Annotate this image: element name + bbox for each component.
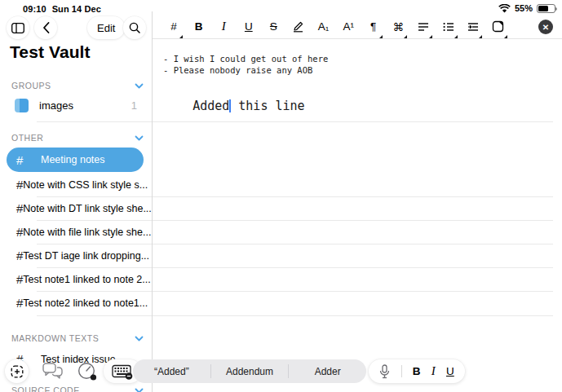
status-time: 09:10 <box>23 4 46 14</box>
heading-glyph: # <box>170 20 177 33</box>
editor-line-2[interactable]: - Please nobody raise any AOB <box>163 65 312 75</box>
group-folder-icon <box>15 99 29 112</box>
strikethrough-button[interactable]: S <box>266 18 281 36</box>
divider <box>37 315 553 316</box>
wifi-icon <box>498 4 511 13</box>
keyboard-dismiss-icon <box>112 363 133 380</box>
search-button[interactable] <box>123 16 146 39</box>
activity-gauge-button[interactable] <box>76 359 99 383</box>
status-bar-left: 09:10Sun 14 Dec <box>23 4 101 14</box>
bullet-list-icon <box>443 22 454 32</box>
sidebar-item-meeting-notes[interactable]: # Meeting notes <box>7 148 144 172</box>
section-label: GROUPS <box>11 81 51 90</box>
battery-percent: 55% <box>515 3 533 13</box>
sidebar-item-label: Meeting notes <box>41 154 105 165</box>
sidebar-toggle-button[interactable] <box>7 16 29 39</box>
quick-italic-button[interactable]: I <box>431 364 436 378</box>
indent-button[interactable] <box>466 18 480 36</box>
more-options-indicator <box>479 35 482 38</box>
text-before-cursor: Added <box>192 99 229 113</box>
editor-line-3[interactable]: Added this line <box>163 84 305 128</box>
insert-block-button[interactable] <box>5 359 29 383</box>
note-hash-icon: # <box>16 153 41 167</box>
sidebar-item-note-css[interactable]: # Note with CSS link style s... <box>7 173 144 196</box>
more-options-indicator <box>454 35 458 38</box>
suggestion-addendum[interactable]: Addendum <box>211 359 289 383</box>
paste-icon <box>492 20 504 33</box>
editor-line-1[interactable]: - I wish I could get out of here <box>163 54 328 64</box>
subscript-glyph: A₁ <box>318 20 330 33</box>
quick-underline-button[interactable]: U <box>446 365 454 377</box>
sidebar-item-label: Test note1 linked to note 2... <box>23 274 150 285</box>
highlighter-button[interactable] <box>291 18 306 36</box>
list-button[interactable] <box>441 18 456 36</box>
sidebar-item-test-note1[interactable]: # Test note1 linked to note 2... <box>7 267 144 291</box>
more-options-indicator <box>504 35 507 38</box>
italic-button[interactable]: I <box>216 18 231 36</box>
close-icon: ✕ <box>542 23 549 32</box>
suggestion-adder[interactable]: Adder <box>289 359 366 383</box>
sidebar-item-label: Note with file link style she... <box>23 227 151 238</box>
suggestion-added[interactable]: “Added” <box>133 359 210 383</box>
sidebar-item-test-dt[interactable]: # Test DT iage link dropping... <box>7 244 144 267</box>
underline-glyph: U <box>245 20 253 33</box>
toolbar-divider <box>153 38 562 39</box>
item-count-badge: 1 <box>131 99 137 112</box>
status-bar-right: 55% <box>498 3 555 13</box>
paragraph-glyph: ¶ <box>370 20 376 33</box>
format-divider <box>401 365 402 377</box>
chevron-down-icon <box>135 334 144 343</box>
section-header-markdown-texts[interactable]: MARKDOWN TEXTS <box>11 333 144 343</box>
section-header-other[interactable]: OTHER <box>11 133 144 143</box>
chevron-left-icon <box>42 22 50 33</box>
sidebar-editor-divider <box>152 11 153 392</box>
align-button[interactable] <box>416 18 431 36</box>
section-header-groups[interactable]: GROUPS <box>11 81 144 90</box>
chevron-down-icon <box>135 386 144 392</box>
sidebar-item-label: Test note2 linked to note1... <box>23 297 148 309</box>
more-options-indicator <box>429 35 432 38</box>
dismiss-toolbar-button[interactable]: ✕ <box>538 20 553 34</box>
bold-button[interactable]: B <box>192 18 206 36</box>
more-options-indicator <box>404 35 407 38</box>
note-hash-icon: # <box>16 296 23 310</box>
underline-button[interactable]: U <box>241 18 256 36</box>
app-window: 09:10Sun 14 Dec 55% Edit Test Vault GROU… <box>0 0 562 392</box>
note-hash-icon: # <box>16 249 23 262</box>
command-button[interactable]: ⌘ <box>391 18 405 36</box>
sidebar-item-note-dt[interactable]: # Note with DT link style she... <box>7 196 144 220</box>
note-hash-icon: # <box>16 178 23 192</box>
bold-glyph: B <box>195 20 203 33</box>
markdown-toolbar: # B I U S A₁ A¹ ¶ ⌘ <box>153 15 562 38</box>
sidebar-item-label: images <box>39 99 73 112</box>
sidebar-item-images[interactable]: images 1 <box>7 94 144 117</box>
scan-insert-icon <box>11 365 24 378</box>
quick-format-bar: B I U <box>369 359 465 383</box>
subscript-button[interactable]: A₁ <box>316 18 331 36</box>
align-left-icon <box>418 22 429 32</box>
sidebar-item-label: Note with DT link style she... <box>23 203 151 214</box>
note-hash-icon: # <box>16 225 23 239</box>
dictation-button[interactable] <box>379 364 390 379</box>
sidebar-toggle-icon <box>11 23 24 33</box>
more-options-indicator <box>179 35 183 38</box>
paste-button[interactable] <box>491 18 506 36</box>
highlighter-icon <box>292 20 304 33</box>
sidebar-item-note-file[interactable]: # Note with file link style she... <box>7 220 144 244</box>
section-label: SOURCE CODE <box>11 385 80 392</box>
chat-button[interactable] <box>41 359 64 383</box>
quick-bold-button[interactable]: B <box>413 365 421 377</box>
heading-button[interactable]: # <box>166 18 181 36</box>
note-hash-icon: # <box>16 272 23 286</box>
sidebar-item-test-note2[interactable]: # Test note2 linked to note1... <box>7 291 144 315</box>
paragraph-button[interactable]: ¶ <box>366 18 381 36</box>
edit-button[interactable]: Edit <box>87 16 125 39</box>
status-date: Sun 14 Dec <box>52 4 101 14</box>
indent-icon <box>467 22 479 32</box>
back-button[interactable] <box>34 16 57 39</box>
section-header-source-code[interactable]: SOURCE CODE <box>11 385 144 392</box>
predictive-text-bar: “Added” Addendum Adder <box>133 359 366 383</box>
vault-title: Test Vault <box>10 42 91 62</box>
more-options-indicator <box>379 35 383 38</box>
superscript-button[interactable]: A¹ <box>341 18 356 36</box>
